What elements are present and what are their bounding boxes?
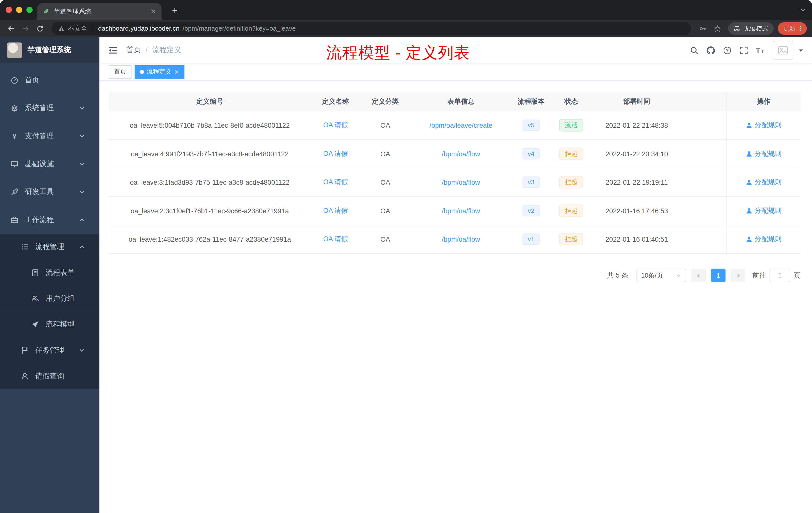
definition-table: 定义编号定义名称定义分类表单信息流程版本状态部署时间操作oa_leave:5:0… bbox=[109, 92, 801, 254]
sidebar-item-process-mgmt[interactable]: 流程管理 bbox=[0, 234, 99, 260]
version-badge: v1 bbox=[522, 233, 539, 245]
form-link[interactable]: /bpm/oa/flow bbox=[442, 235, 480, 243]
plus-icon bbox=[171, 7, 178, 14]
update-label: 更新 bbox=[783, 24, 796, 33]
cell-definition-id: oa_leave:2:3c1f0ef1-76b1-11ec-9c66-a2380… bbox=[109, 197, 311, 224]
chevron-down-icon bbox=[79, 348, 85, 354]
breadcrumb-home[interactable]: 首页 bbox=[126, 46, 141, 55]
chevron-down-icon bbox=[79, 133, 85, 139]
incognito-badge: 无痕模式 bbox=[728, 22, 774, 35]
cell-definition-id: oa_leave:4:991f2193-7b7f-11ec-a3c8-acde4… bbox=[109, 140, 311, 168]
minimize-window-button[interactable] bbox=[16, 7, 22, 13]
goto-page-input[interactable] bbox=[770, 269, 790, 282]
sidebar-item-process-model[interactable]: 流程模型 bbox=[0, 312, 99, 338]
cell-filler bbox=[682, 140, 726, 168]
user-filled-icon bbox=[746, 150, 753, 157]
sidebar-item-infrastructure[interactable]: 基础设施 bbox=[0, 150, 99, 178]
assign-rule-link[interactable]: 分配规则 bbox=[746, 234, 781, 244]
tag-active[interactable]: 流程定义 bbox=[135, 65, 184, 79]
cell-category: OA bbox=[360, 197, 410, 224]
security-label[interactable]: 不安全 bbox=[68, 24, 87, 33]
url-host: dashboard.yudao.iocoder.cn bbox=[98, 25, 179, 32]
update-menu-button[interactable]: 更新 bbox=[778, 22, 807, 35]
cell-deploy-time: 2022-01-22 20:34:10 bbox=[592, 140, 682, 168]
chevron-up-icon bbox=[79, 217, 85, 223]
table-header-row: 定义编号定义名称定义分类表单信息流程版本状态部署时间操作 bbox=[109, 92, 801, 111]
definition-name-link[interactable]: OA 请假 bbox=[323, 149, 348, 158]
page-size-select[interactable]: 10条/页 bbox=[637, 269, 686, 282]
definition-name-link[interactable]: OA 请假 bbox=[323, 121, 348, 130]
back-button[interactable] bbox=[4, 22, 18, 35]
table-row: oa_leave:5:004b710b-7b8a-11ec-8ef0-acde4… bbox=[109, 111, 801, 140]
form-link[interactable]: /bpm/oa/flow bbox=[442, 207, 480, 215]
sidebar-item-user-group[interactable]: 用户分组 bbox=[0, 286, 99, 312]
svg-text:T: T bbox=[756, 47, 760, 54]
close-window-button[interactable] bbox=[6, 7, 12, 13]
assign-rule-link[interactable]: 分配规则 bbox=[746, 177, 781, 187]
assign-rule-link[interactable]: 分配规则 bbox=[746, 121, 781, 130]
definition-name-link[interactable]: OA 请假 bbox=[323, 234, 348, 244]
font-size-icon[interactable]: TT bbox=[756, 46, 765, 55]
address-bar[interactable]: 不安全 dashboard.yudao.iocoder.cn/bpm/manag… bbox=[52, 22, 691, 35]
current-page[interactable]: 1 bbox=[711, 269, 726, 282]
status-badge: 挂起 bbox=[559, 205, 583, 217]
navbar-actions: ? TT bbox=[690, 41, 804, 59]
sidebar-item-devtools[interactable]: 研发工具 bbox=[0, 178, 99, 206]
form-link[interactable]: /bpm/oa/flow bbox=[442, 178, 480, 186]
caret-down-icon[interactable] bbox=[798, 48, 804, 53]
user-filled-icon bbox=[746, 207, 753, 214]
definition-name-link[interactable]: OA 请假 bbox=[323, 206, 348, 215]
breadcrumb-separator: / bbox=[146, 46, 148, 55]
cell-definition-id: oa_leave:5:004b710b-7b8a-11ec-8ef0-acde4… bbox=[109, 111, 311, 139]
table-header-cell: 表单信息 bbox=[410, 92, 512, 111]
gear-icon bbox=[10, 104, 19, 113]
github-icon[interactable] bbox=[706, 46, 715, 55]
sidebar-item-task-mgmt[interactable]: 任务管理 bbox=[0, 338, 99, 363]
fullscreen-icon[interactable] bbox=[740, 46, 748, 55]
incognito-label: 无痕模式 bbox=[744, 24, 768, 33]
form-link[interactable]: /bpm/oa/leave/create bbox=[429, 121, 492, 129]
avatar[interactable] bbox=[773, 41, 793, 59]
tab-close-icon[interactable] bbox=[150, 8, 156, 14]
refresh-button[interactable] bbox=[33, 22, 47, 35]
definition-name-link[interactable]: OA 请假 bbox=[323, 177, 348, 187]
task-icon bbox=[21, 346, 29, 355]
help-icon[interactable]: ? bbox=[723, 46, 732, 55]
sidebar-item-system[interactable]: 系统管理 bbox=[0, 94, 99, 122]
search-icon[interactable] bbox=[690, 46, 698, 55]
page-size-value: 10条/页 bbox=[641, 271, 663, 280]
forward-button[interactable] bbox=[19, 22, 32, 35]
assign-rule-link[interactable]: 分配规则 bbox=[746, 206, 781, 215]
sidebar-item-process-form[interactable]: 流程表单 bbox=[0, 260, 99, 285]
table-header-cell: 流程版本 bbox=[512, 92, 551, 111]
goto-page: 前往 页 bbox=[753, 269, 801, 282]
sidebar-item-label: 基础设施 bbox=[25, 159, 54, 169]
zoom-window-button[interactable] bbox=[26, 7, 33, 13]
password-key-button[interactable] bbox=[696, 22, 709, 35]
tab-search-icon[interactable] bbox=[800, 7, 806, 13]
tag-0[interactable]: 首页 bbox=[109, 65, 132, 79]
user-filled-icon bbox=[746, 236, 753, 242]
svg-text:T: T bbox=[761, 49, 764, 54]
sidebar-toggle-icon[interactable] bbox=[108, 45, 118, 55]
cell-deploy-time: 2022-01-22 21:48:38 bbox=[592, 111, 682, 139]
next-page-button[interactable] bbox=[731, 269, 745, 282]
breadcrumb-current: 流程定义 bbox=[152, 46, 181, 55]
prev-page-button[interactable] bbox=[691, 269, 706, 282]
form-link[interactable]: /bpm/oa/flow bbox=[442, 150, 480, 158]
bookmark-star-button[interactable] bbox=[710, 22, 724, 35]
assign-rule-link[interactable]: 分配规则 bbox=[746, 149, 781, 158]
sidebar-item-workflow[interactable]: 工作流程 bbox=[0, 206, 99, 234]
list-icon bbox=[21, 243, 29, 251]
table-header-cell: 操作 bbox=[726, 92, 801, 111]
sidebar-item-leave-query[interactable]: 请假查询 bbox=[0, 363, 99, 389]
table-row: oa_leave:3:1fad3d93-7b75-11ec-a3c8-acde4… bbox=[109, 168, 801, 197]
browser-toolbar: 不安全 dashboard.yudao.iocoder.cn/bpm/manag… bbox=[0, 20, 812, 37]
new-tab-button[interactable] bbox=[169, 5, 180, 16]
browser-tab[interactable]: 芋道管理系统 bbox=[37, 3, 162, 20]
chevron-left-icon bbox=[696, 273, 701, 278]
sidebar-item-home[interactable]: 首页 bbox=[0, 66, 99, 94]
window-controls bbox=[0, 7, 37, 13]
status-badge: 挂起 bbox=[559, 233, 583, 245]
sidebar-item-payment[interactable]: ¥支付管理 bbox=[0, 122, 99, 150]
